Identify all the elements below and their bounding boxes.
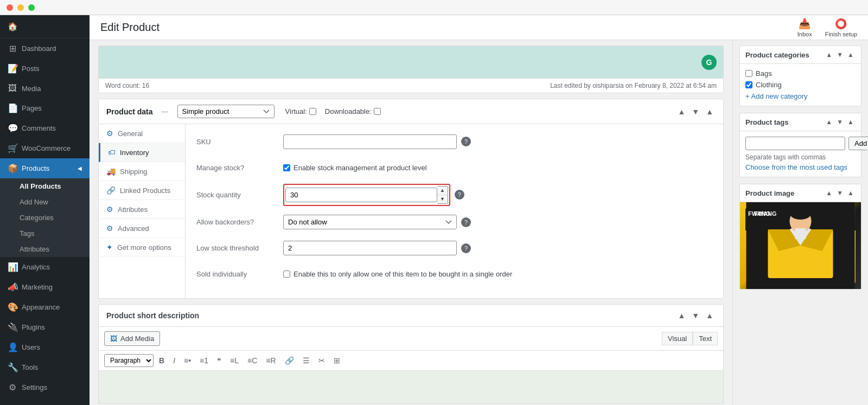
- nav-shipping[interactable]: 🚚 Shipping: [99, 162, 185, 181]
- maximize-dot[interactable]: [28, 4, 35, 11]
- manage-stock-checkbox[interactable]: [283, 164, 290, 171]
- nav-advanced[interactable]: ⚙ Advanced: [99, 219, 185, 238]
- sidebar-item-products[interactable]: 📦 Products ◀: [0, 158, 90, 178]
- align-center-button[interactable]: ≡C: [244, 355, 260, 367]
- tag-input[interactable]: [745, 137, 845, 150]
- product-image-container[interactable]: FWANG: [740, 202, 861, 289]
- categories-collapse-down[interactable]: ▼: [835, 50, 845, 59]
- finish-setup-button[interactable]: ⭕ Finish setup: [825, 18, 857, 37]
- category-clothing-checkbox[interactable]: [745, 81, 752, 88]
- minimize-dot[interactable]: [17, 4, 24, 11]
- settings-icon: ⚙: [8, 382, 17, 393]
- downloadable-checkbox[interactable]: [374, 108, 381, 115]
- grid-button[interactable]: ⊞: [330, 355, 343, 367]
- sidebar-item-dashboard[interactable]: ⊞ Dashboard: [0, 38, 90, 59]
- grammarly-icon[interactable]: G: [701, 55, 717, 70]
- collapse-close-btn[interactable]: ▲: [704, 106, 716, 117]
- category-bags-checkbox[interactable]: [745, 70, 752, 77]
- virtual-checkbox[interactable]: [309, 108, 316, 115]
- sidebar-item-marketing[interactable]: 📣 Marketing: [0, 277, 90, 297]
- visual-text-tabs: Visual Text: [662, 332, 718, 345]
- spinner-up[interactable]: ▲: [437, 187, 448, 195]
- sidebar-item-plugins[interactable]: 🔌 Plugins: [0, 317, 90, 337]
- sidebar-item-users[interactable]: 👤 Users: [0, 337, 90, 357]
- add-new-category-link[interactable]: + Add new category: [745, 92, 808, 100]
- sidebar-item-settings[interactable]: ⚙ Settings: [0, 377, 90, 397]
- nav-linked-products[interactable]: 🔗 Linked Products: [99, 181, 185, 200]
- sidebar-sub-item-tags[interactable]: Tags: [0, 226, 90, 241]
- collapse-down-btn[interactable]: ▼: [690, 106, 701, 117]
- paragraph-select[interactable]: Paragraph: [104, 354, 154, 367]
- product-image: FWANG: [740, 202, 861, 289]
- cut-button[interactable]: ✂: [315, 355, 328, 367]
- stock-quantity-help-icon[interactable]: ?: [455, 190, 464, 200]
- manage-stock-checkbox-label[interactable]: Enable stock management at product level: [283, 164, 427, 172]
- ordered-list-button[interactable]: ≡1: [196, 355, 212, 367]
- allow-backorders-select[interactable]: Do not allow Allow Allow, but notify cus…: [283, 215, 457, 229]
- image-collapse-down[interactable]: ▼: [835, 189, 845, 197]
- sidebar-item-analytics[interactable]: 📊 Analytics: [0, 257, 90, 277]
- short-desc-collapse-up[interactable]: ▲: [675, 310, 687, 321]
- tags-collapse-close[interactable]: ▲: [846, 118, 856, 126]
- sidebar-sub-item-all-products[interactable]: All Products: [0, 178, 90, 194]
- sidebar-item-posts[interactable]: 📝 Posts: [0, 59, 90, 79]
- sidebar-item-woocommerce[interactable]: 🛒 WooCommerce: [0, 138, 90, 158]
- add-media-button[interactable]: 🖼 Add Media: [104, 331, 160, 346]
- image-collapse-close[interactable]: ▲: [846, 189, 856, 197]
- sidebar-item-media[interactable]: 🖼 Media: [0, 79, 90, 98]
- low-stock-threshold-input[interactable]: [283, 241, 457, 255]
- sku-input[interactable]: [283, 134, 457, 149]
- unordered-list-button[interactable]: ≡•: [181, 355, 194, 367]
- nav-general[interactable]: ⚙ General: [99, 124, 185, 143]
- nav-get-more-options[interactable]: ✦ Get more options: [99, 238, 185, 257]
- stock-quantity-wrapper: ▲ ▼: [283, 184, 450, 206]
- sidebar-item-tools[interactable]: 🔧 Tools: [0, 357, 90, 377]
- choose-tags-link[interactable]: Choose from the most used tags: [745, 163, 847, 171]
- sidebar-sub-item-attributes[interactable]: Attributes: [0, 241, 90, 257]
- blockquote-button[interactable]: ❝: [214, 355, 225, 367]
- sidebar-item-appearance[interactable]: 🎨 Appearance: [0, 297, 90, 317]
- stock-quantity-spinner[interactable]: ▲ ▼: [437, 186, 448, 204]
- sidebar-item-pages[interactable]: 📄 Pages: [0, 98, 90, 118]
- align-right-button[interactable]: ≡R: [263, 355, 279, 367]
- bold-button[interactable]: B: [156, 355, 168, 367]
- allow-backorders-help-icon[interactable]: ?: [461, 217, 471, 227]
- close-dot[interactable]: [7, 4, 13, 11]
- italic-button[interactable]: I: [170, 355, 178, 367]
- spinner-down[interactable]: ▼: [437, 195, 448, 203]
- sold-individually-checkbox[interactable]: [283, 271, 290, 278]
- tags-collapse-up[interactable]: ▲: [824, 118, 834, 126]
- nav-attributes[interactable]: ⚙ Attributes: [99, 200, 185, 219]
- categories-collapse-close[interactable]: ▲: [846, 50, 856, 59]
- low-stock-threshold-help-icon[interactable]: ?: [461, 243, 471, 253]
- sku-row: SKU ?: [196, 132, 712, 151]
- downloadable-label[interactable]: Downloadable:: [325, 107, 381, 115]
- sold-individually-checkbox-label[interactable]: Enable this to only allow one of this it…: [283, 270, 512, 278]
- sidebar-sub-item-add-new[interactable]: Add New: [0, 194, 90, 210]
- low-stock-threshold-label: Low stock threshold: [196, 244, 283, 252]
- editor-content-area[interactable]: [99, 371, 723, 403]
- short-desc-collapse-down[interactable]: ▼: [690, 310, 701, 321]
- stock-quantity-input[interactable]: [285, 188, 437, 202]
- inbox-button[interactable]: 📥 Inbox: [797, 18, 812, 37]
- sku-help-icon[interactable]: ?: [461, 137, 471, 146]
- short-desc-collapse-close[interactable]: ▲: [704, 310, 716, 321]
- short-description-header: Product short description ▲ ▼ ▲: [99, 305, 723, 327]
- categories-widget-title: Product categories: [745, 51, 809, 59]
- categories-collapse-up[interactable]: ▲: [824, 50, 834, 59]
- collapse-up-btn[interactable]: ▲: [675, 106, 687, 117]
- virtual-label[interactable]: Virtual:: [285, 107, 316, 115]
- inventory-icon: 🏷: [108, 148, 116, 157]
- product-type-select[interactable]: Simple product Grouped product External/…: [177, 105, 275, 118]
- table-button[interactable]: ☰: [299, 355, 313, 367]
- align-left-button[interactable]: ≡L: [227, 355, 242, 367]
- visual-tab[interactable]: Visual: [662, 332, 693, 345]
- text-tab[interactable]: Text: [693, 332, 718, 345]
- image-collapse-up[interactable]: ▲: [824, 189, 834, 197]
- tags-collapse-down[interactable]: ▼: [835, 118, 845, 126]
- nav-inventory[interactable]: 🏷 Inventory: [99, 143, 185, 162]
- link-button[interactable]: 🔗: [282, 355, 297, 367]
- sidebar-sub-item-categories[interactable]: Categories: [0, 210, 90, 226]
- tag-add-button[interactable]: Add: [848, 137, 868, 150]
- sidebar-item-comments[interactable]: 💬 Comments: [0, 118, 90, 138]
